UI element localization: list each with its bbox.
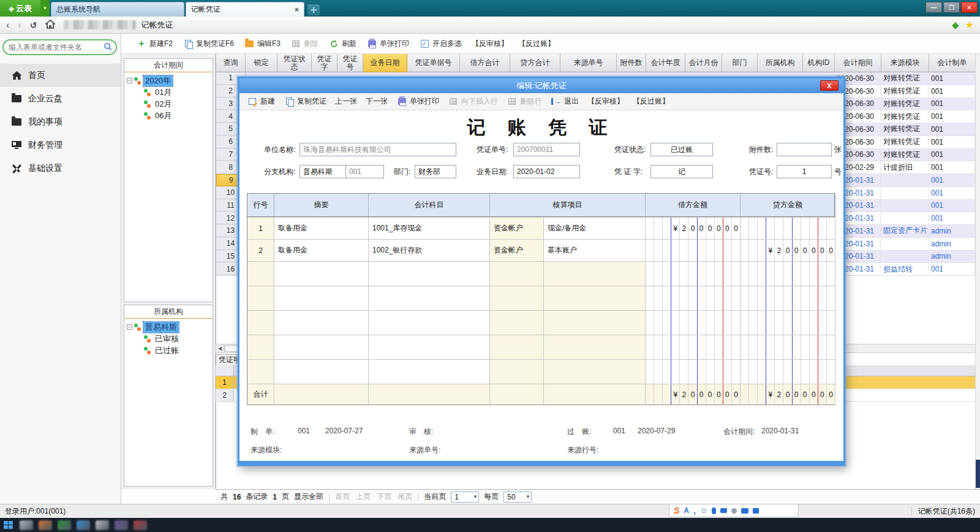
search-input[interactable] — [9, 43, 104, 51]
voucher-item-type[interactable] — [490, 359, 544, 384]
voucher-account[interactable] — [369, 286, 490, 310]
column-header-贷方合计[interactable]: 贷方合计 — [510, 54, 560, 72]
voucher-item[interactable] — [544, 286, 646, 310]
column-header-会计年度[interactable]: 会计年度 — [646, 54, 685, 72]
voucher-account[interactable] — [369, 335, 490, 359]
skin-icon[interactable] — [741, 508, 748, 514]
unit-input[interactable]: 珠海普易科斯科技有限公司 — [300, 143, 456, 156]
detail-row-number[interactable]: 2 — [216, 389, 234, 401]
start-button-icon[interactable] — [4, 521, 13, 530]
toolbar-item[interactable]: 刷新 — [328, 39, 356, 49]
voucher-no-input[interactable]: 200700011 — [513, 143, 580, 156]
tab-2[interactable]: 记帐凭证× — [186, 2, 304, 17]
tab-close-icon[interactable]: × — [295, 6, 299, 14]
branch-code-input[interactable]: 001 — [345, 165, 384, 178]
grid-corner-cell[interactable]: 查询 — [216, 54, 246, 72]
toolbar-item[interactable]: 上一张 — [335, 96, 357, 107]
voucher-empty-row[interactable] — [247, 286, 834, 310]
voucher-summary[interactable] — [274, 359, 369, 384]
tree-collapse-icon[interactable]: − — [127, 78, 132, 83]
taskbar-icon[interactable] — [58, 520, 71, 530]
current-page-select[interactable]: 1 — [451, 492, 479, 503]
amount-cell[interactable] — [741, 261, 835, 286]
tree-root[interactable]: −2020年 — [127, 75, 213, 86]
toolbar-item[interactable]: 【反过账】 — [518, 39, 555, 49]
toolbar-item[interactable]: 下一张 — [366, 96, 388, 107]
toolbar-item[interactable]: 复制凭证F6 — [183, 39, 234, 49]
voucher-summary[interactable] — [274, 335, 369, 359]
voucher-summary[interactable]: 取备用金 — [274, 239, 369, 261]
voucher-row[interactable]: 1取备用金1001_库存现金资金帐户现金/备用金¥2000000 — [247, 217, 834, 239]
tree-child-label[interactable]: 已审核 — [153, 333, 181, 344]
vertical-scroll-thumb[interactable] — [976, 460, 980, 488]
tree-collapse-icon[interactable]: − — [127, 324, 132, 330]
vertical-scrollbar[interactable] — [975, 54, 980, 489]
tree-child[interactable]: 06月 — [127, 110, 213, 121]
sidebar-item-财务管理[interactable]: 财务管理 — [0, 134, 121, 157]
column-header-部门[interactable]: 部门 — [722, 54, 758, 72]
back-icon[interactable]: ‹ — [6, 20, 9, 31]
column-header-机构ID[interactable]: 机构ID — [803, 54, 835, 72]
comma-icon[interactable]: , — [693, 506, 696, 515]
voucher-summary[interactable]: 取备用金 — [274, 217, 369, 239]
taskbar-icon[interactable] — [115, 520, 128, 530]
toolbar-item[interactable]: →退出 — [551, 96, 579, 107]
toolbar-item[interactable]: 单张打印 — [366, 39, 409, 49]
column-header-凭证字[interactable]: 凭证字 — [312, 54, 337, 72]
voucher-item[interactable] — [544, 310, 646, 335]
amount-cell[interactable] — [646, 286, 741, 310]
column-header-来源单号[interactable]: 来源单号 — [560, 54, 617, 72]
toolbox-icon[interactable] — [753, 508, 759, 514]
amount-cell[interactable] — [646, 239, 741, 261]
toolbar-item[interactable]: 【反过账】 — [633, 96, 669, 107]
keyboard-icon[interactable] — [720, 508, 727, 513]
column-header-凭证单据号[interactable]: 凭证单据号 — [407, 54, 460, 72]
show-all-link[interactable]: 显示全部 — [294, 492, 323, 502]
tree-child-label[interactable]: 02月 — [153, 99, 173, 110]
forward-icon[interactable]: › — [18, 20, 21, 31]
taskbar-icon[interactable] — [20, 520, 33, 530]
status-input[interactable]: 已过账 — [650, 143, 713, 156]
column-header-附件数[interactable]: 附件数 — [617, 54, 646, 72]
input-method-bar[interactable]: S A , ☺ — [669, 504, 799, 517]
amount-cell[interactable]: ¥2000000 — [646, 384, 741, 405]
voucher-account[interactable] — [369, 359, 490, 384]
amount-cell[interactable] — [646, 359, 741, 384]
date-input[interactable]: 2020-01-02 — [513, 165, 580, 178]
voucher-item[interactable] — [544, 359, 646, 384]
sidebar-item-首页[interactable]: 首页 — [0, 64, 121, 87]
toolbar-item[interactable]: +新建F2 — [136, 39, 173, 49]
voucher-row[interactable]: 2取备用金1002_银行存款资金帐户基本账户¥2000000 — [247, 239, 834, 261]
tree-root[interactable]: −普易科斯 — [127, 321, 213, 333]
voucher-summary[interactable] — [274, 310, 369, 335]
amount-cell[interactable] — [741, 286, 835, 310]
voucher-item-type[interactable] — [490, 286, 544, 310]
sidebar-item-我的事项[interactable]: 我的事项 — [0, 110, 121, 134]
dialog-titlebar[interactable]: 编辑:记帐凭证 X — [239, 78, 843, 93]
logo-dropdown-arrow-icon[interactable]: ▼ — [40, 0, 50, 17]
amount-cell[interactable] — [646, 335, 741, 359]
amount-cell[interactable]: ¥2000000 — [646, 217, 741, 239]
search-box[interactable] — [2, 39, 117, 55]
toolbar-item[interactable]: 【反审核】 — [587, 96, 624, 107]
amount-cell[interactable]: ¥2000000 — [741, 239, 835, 261]
letter-a-icon[interactable]: A — [684, 506, 689, 515]
amount-cell[interactable] — [741, 217, 835, 239]
voucher-item[interactable]: 基本账户 — [544, 239, 646, 261]
voucher-item[interactable]: 现金/备用金 — [544, 217, 646, 239]
voucher-item-type[interactable]: 资金帐户 — [490, 217, 544, 239]
amount-cell[interactable] — [741, 335, 835, 359]
dialog-close-button[interactable]: X — [820, 80, 839, 91]
tree-child-label[interactable]: 已过账 — [153, 345, 181, 356]
scroll-left-arrow-icon[interactable]: ◀ — [216, 344, 225, 352]
column-header-会计制单[interactable]: 会计制单 — [929, 54, 976, 72]
voucher-empty-row[interactable] — [247, 310, 834, 335]
column-header-所属机构[interactable]: 所属机构 — [758, 54, 803, 72]
voucher-summary[interactable] — [274, 286, 369, 310]
taskbar-icon[interactable] — [134, 520, 147, 530]
column-header-业务日期[interactable]: 业务日期 — [363, 54, 407, 72]
voucher-item-type[interactable] — [490, 261, 544, 286]
amount-cell[interactable] — [646, 261, 741, 286]
tree-child[interactable]: 已过账 — [127, 344, 213, 356]
green-diamond-icon[interactable]: ◆ — [952, 20, 959, 31]
